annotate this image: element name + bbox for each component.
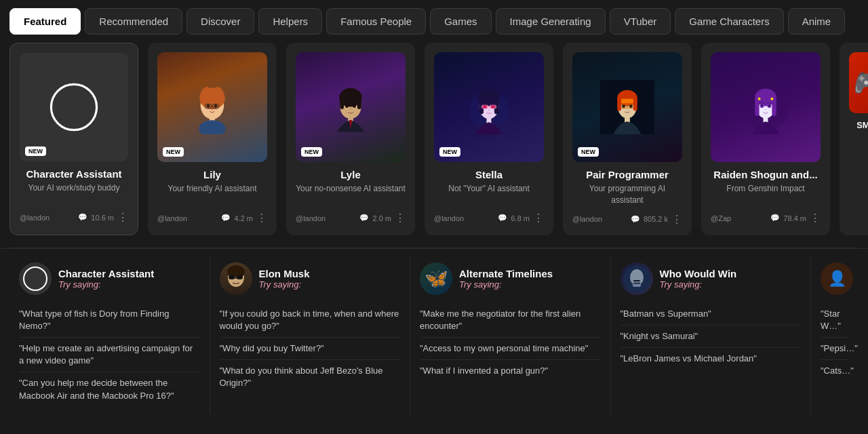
author-label: @landon (157, 214, 187, 222)
svg-point-38 (627, 108, 628, 109)
tabs-bar: Featured Recommended Discover Helpers Fa… (0, 0, 868, 43)
prompt-item[interactable]: "Batman vs Superman" (620, 303, 802, 326)
card-name: Pair Programmer (572, 169, 682, 180)
card-raiden-shogun[interactable]: Raiden Shogun and... From Genshin Impact… (701, 43, 830, 235)
tab-helpers[interactable]: Helpers (258, 8, 322, 35)
author-label: @landon (296, 214, 326, 222)
prompt-item[interactable]: "Why did you buy Twitter?" (220, 338, 401, 360)
bottom-header: Elon Musk Try saying: (220, 262, 401, 295)
svg-rect-41 (633, 98, 637, 111)
tab-discover[interactable]: Discover (186, 8, 254, 35)
prompt-item[interactable]: "Star W…" (821, 303, 849, 338)
svg-rect-66 (633, 283, 640, 284)
bottom-avatar-elon (220, 262, 252, 295)
more-options-icon[interactable]: ⋮ (256, 212, 267, 224)
svg-rect-64 (633, 281, 641, 287)
more-options-icon[interactable]: ⋮ (117, 211, 128, 224)
new-badge: NEW (439, 147, 460, 157)
bottom-title: Alternate Timelines (459, 268, 553, 279)
try-saying-label: Try saying: (459, 279, 553, 290)
bottom-header: 🦋 Alternate Timelines Try saying: (420, 262, 601, 295)
tab-game-characters[interactable]: Game Characters (675, 8, 783, 35)
prompt-item[interactable]: "Access to my own personal time machine" (420, 338, 601, 360)
tab-anime[interactable]: Anime (788, 8, 846, 35)
svg-point-51 (765, 109, 766, 110)
card-image-wrap: NEW (157, 52, 267, 162)
svg-point-25 (483, 105, 487, 108)
try-saying-label: Try saying: (259, 279, 310, 290)
svg-rect-14 (357, 98, 361, 109)
tab-featured[interactable]: Featured (9, 8, 81, 35)
svg-point-16 (353, 104, 356, 108)
tab-games[interactable]: Games (430, 8, 491, 35)
butterfly-emoji: 🦋 (425, 267, 448, 290)
prompt-item[interactable]: "Can you help me decide between the Macb… (19, 372, 200, 406)
prompt-item[interactable]: "LeBron James vs Michael Jordan" (620, 348, 802, 370)
tab-vtuber[interactable]: VTuber (610, 8, 671, 35)
bottom-title: Elon Musk (259, 268, 310, 279)
svg-rect-45 (755, 98, 759, 116)
card-footer: @landon 💬 10.6 m ⋮ (20, 211, 128, 224)
count-label: 2.0 m (372, 214, 391, 222)
svg-point-26 (491, 105, 495, 108)
card-desc: From Genshin Impact (711, 183, 821, 205)
prompt-item[interactable]: "Cats…" (821, 360, 849, 382)
card-pair-programmer[interactable]: NEW Pair Programmer Your programming AI … (563, 43, 692, 235)
svg-point-0 (51, 84, 96, 130)
try-saying-label: Try saying: (58, 279, 154, 290)
bottom-section: Character Assistant Try saying: "What ty… (0, 248, 868, 420)
bottom-grid: Character Assistant Try saying: "What ty… (9, 256, 859, 414)
card-lyle[interactable]: NEW Lyle Your no-nonsense AI assistant @… (286, 43, 415, 235)
card-name: Lily (157, 169, 267, 180)
tab-image-generating[interactable]: Image Generating (496, 8, 606, 35)
circle-icon (47, 80, 101, 134)
card-character-assistant[interactable]: NEW Character Assistant Your AI work/stu… (9, 43, 138, 235)
card-desc: Your AI work/study buddy (20, 182, 128, 204)
bottom-col-character-assistant: Character Assistant Try saying: "What ty… (9, 256, 210, 414)
tab-famous-people[interactable]: Famous People (326, 8, 426, 35)
card-footer: @landon 💬 6.8 m ⋮ (434, 212, 544, 224)
chat-icon: 💬 (770, 214, 780, 222)
chat-icon: 💬 (631, 215, 640, 224)
bottom-title: Who Would Win (660, 268, 737, 279)
prompt-item[interactable]: "What do you think about Jeff Bezo's Blu… (220, 360, 401, 394)
card-desc: Not "Your" AI assistant (434, 183, 544, 205)
count-label: 805.2 k (644, 215, 668, 223)
prompt-item[interactable]: "What if I invented a portal gun?" (420, 360, 601, 382)
svg-point-53 (758, 98, 761, 100)
prompt-item[interactable]: "If you could go back in time, when and … (220, 303, 401, 338)
more-options-icon[interactable]: ⋮ (395, 212, 406, 224)
card-name: Lyle (296, 169, 406, 180)
card-sm6[interactable]: 🎮 SM6… (840, 43, 868, 235)
card-lily[interactable]: NEW Lily Your friendly AI assistant @lan… (148, 43, 277, 235)
prompt-item[interactable]: "Help me create an advertising campaign … (19, 338, 200, 372)
svg-point-49 (761, 105, 763, 107)
svg-rect-46 (772, 98, 776, 116)
svg-point-8 (212, 109, 213, 110)
prompt-item[interactable]: "What type of fish is Dory from Finding … (19, 303, 200, 338)
card-footer: @landon 💬 805.2 k ⋮ (572, 213, 682, 226)
prompt-item[interactable]: "Make me the negotiator for the first al… (420, 303, 601, 338)
card-name: Character Assistant (20, 168, 128, 180)
new-badge: NEW (578, 147, 599, 157)
more-options-icon[interactable]: ⋮ (533, 212, 544, 224)
new-badge: NEW (163, 147, 184, 157)
bottom-header: Who Would Win Try saying: (620, 262, 802, 295)
svg-point-6 (207, 104, 210, 108)
prompt-item[interactable]: "Pepsi…" (821, 338, 849, 360)
pair-avatar (600, 80, 654, 134)
count-label: 78.4 m (783, 214, 806, 222)
svg-rect-33 (620, 99, 635, 104)
card-footer: @landon 💬 2.0 m ⋮ (296, 212, 406, 224)
more-options-icon[interactable]: ⋮ (810, 212, 821, 224)
more-options-icon[interactable]: ⋮ (671, 213, 682, 226)
new-badge: NEW (25, 146, 46, 156)
author-label: @landon (20, 214, 50, 222)
count-label: 6.8 m (511, 214, 530, 222)
prompt-item[interactable]: "Knight vs Samurai" (620, 326, 802, 348)
bottom-avatar (19, 262, 52, 295)
tab-recommended[interactable]: Recommended (85, 8, 182, 35)
svg-point-15 (345, 104, 349, 108)
card-stella[interactable]: NEW Stella Not "Your" AI assistant @land… (425, 43, 553, 235)
card-name: SM6… (849, 120, 868, 130)
